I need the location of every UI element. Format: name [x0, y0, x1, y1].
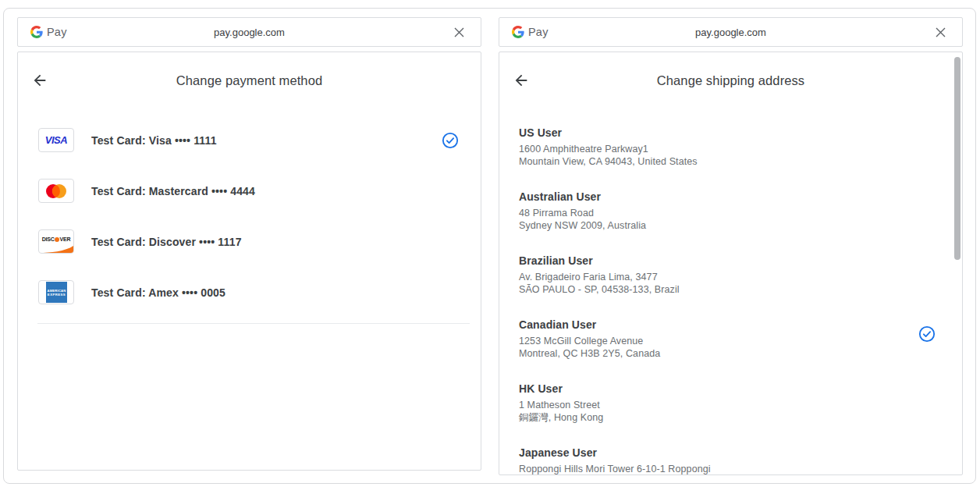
address-line2: Montreal, QC H3B 2Y5, Canada	[519, 347, 936, 360]
address-name: Brazilian User	[519, 254, 936, 268]
payment-method-mastercard[interactable]: Test Card: Mastercard •••• 4444	[18, 165, 481, 216]
origin-label: pay.google.com	[499, 27, 962, 38]
shipping-address-row[interactable]: Brazilian User Av. Brigadeiro Faria Lima…	[499, 249, 962, 313]
shipping-address-row[interactable]: Australian User 48 Pirrama Road Sydney N…	[499, 185, 962, 249]
address-line2: SÃO PAULO - SP, 04538-133, Brazil	[519, 283, 936, 296]
payment-dialog-header: Pay pay.google.com	[17, 17, 481, 47]
close-button[interactable]	[931, 23, 950, 41]
back-arrow-icon	[31, 72, 48, 89]
google-g-icon	[512, 26, 524, 38]
shipping-address-panel: Change shipping address US User 1600 Amp…	[499, 52, 963, 475]
shipping-address-list: US User 1600 Amphitheatre Parkway1 Mount…	[499, 121, 962, 475]
address-name: Japanese User	[519, 446, 936, 460]
close-icon	[454, 27, 464, 37]
address-name: Australian User	[519, 190, 936, 204]
payment-title-row: Change payment method	[18, 68, 481, 93]
shipping-address-row[interactable]: US User 1600 Amphitheatre Parkway1 Mount…	[499, 121, 962, 185]
check-circle-icon	[442, 132, 459, 149]
payment-method-list: VISA Test Card: Visa •••• 1111 Test Card…	[18, 115, 481, 318]
check-circle-icon	[918, 325, 936, 343]
shipping-dialog-header: Pay pay.google.com	[499, 17, 963, 47]
shipping-address-row[interactable]: Japanese User Roppongi Hills Mori Tower …	[499, 441, 962, 475]
payment-method-visa[interactable]: VISA Test Card: Visa •••• 1111	[18, 115, 481, 165]
address-line1: 1 Matheson Street	[519, 399, 936, 411]
payment-method-discover[interactable]: DISCVER Test Card: Discover •••• 1117	[18, 216, 481, 267]
back-button[interactable]	[30, 71, 49, 90]
address-line2: Sydney NSW 2009, Australia	[519, 219, 936, 232]
address-line1: 48 Pirrama Road	[519, 207, 936, 219]
google-g-icon	[30, 26, 43, 38]
gpay-logo: Pay	[30, 26, 67, 38]
list-divider	[37, 323, 470, 324]
visa-logo: VISA	[38, 128, 74, 152]
back-arrow-icon	[513, 72, 530, 89]
gpay-wordmark: Pay	[528, 26, 549, 38]
gpay-logo: Pay	[512, 26, 549, 38]
amex-logo: AMERICANEXPRESS	[38, 280, 74, 304]
address-line1: 1253 McGill College Avenue	[519, 335, 936, 347]
shipping-title-row: Change shipping address	[499, 68, 962, 93]
shipping-address-row[interactable]: Canadian User 1253 McGill College Avenue…	[499, 313, 962, 377]
svg-text:EXPRESS: EXPRESS	[47, 293, 65, 297]
address-name: US User	[519, 126, 936, 140]
card-label: Test Card: Mastercard •••• 4444	[91, 185, 255, 197]
page-title: Change payment method	[18, 68, 481, 93]
card-label: Test Card: Discover •••• 1117	[91, 236, 242, 248]
back-button[interactable]	[512, 71, 531, 90]
card-label: Test Card: Amex •••• 0005	[91, 286, 225, 299]
page-title: Change shipping address	[499, 68, 962, 93]
scrollbar[interactable]	[953, 52, 962, 474]
card-label: Test Card: Visa •••• 1111	[91, 134, 217, 147]
address-line1: 1600 Amphitheatre Parkway1	[519, 143, 936, 155]
payment-method-panel: Change payment method VISA Test Card: Vi…	[17, 52, 481, 471]
address-line1: Roppongi Hills Mori Tower 6-10-1 Roppong…	[519, 463, 936, 475]
close-icon	[936, 27, 946, 37]
close-button[interactable]	[449, 23, 468, 41]
gpay-wordmark: Pay	[47, 26, 67, 38]
origin-label: pay.google.com	[18, 27, 481, 38]
mastercard-logo	[38, 179, 74, 203]
address-line2: Mountain View, CA 94043, United States	[519, 155, 936, 168]
address-name: HK User	[519, 382, 936, 396]
scrollbar-thumb[interactable]	[954, 57, 960, 260]
payment-method-amex[interactable]: AMERICANEXPRESS Test Card: Amex •••• 000…	[18, 267, 481, 318]
address-line2: 銅鑼灣, Hong Kong	[519, 411, 936, 424]
address-name: Canadian User	[519, 318, 936, 332]
address-line1: Av. Brigadeiro Faria Lima, 3477	[519, 271, 936, 283]
discover-logo: DISCVER	[38, 229, 74, 254]
shipping-address-row[interactable]: HK User 1 Matheson Street 銅鑼灣, Hong Kong	[499, 377, 962, 441]
